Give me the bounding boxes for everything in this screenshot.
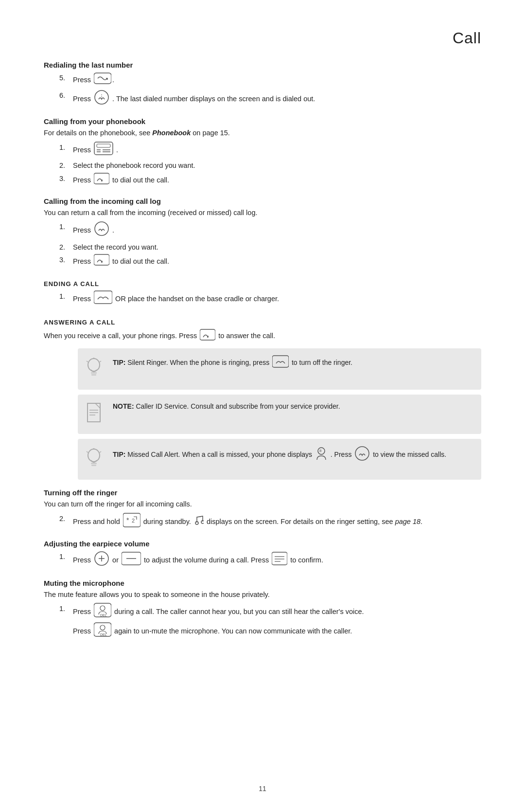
svg-point-54: [100, 625, 105, 630]
volume-list: 1. Press or to adjust the volume during …: [59, 551, 481, 570]
svg-point-26: [88, 449, 100, 462]
svg-text:2: 2: [132, 518, 135, 523]
ringer-heading: Turning off the ringer: [44, 488, 481, 497]
ringer-off-icon: [272, 355, 289, 371]
view-missed-icon: [354, 446, 370, 465]
svg-line-18: [87, 361, 88, 362]
tip1-text: TIP: Silent Ringer. When the phone is ri…: [113, 355, 472, 371]
phonebook-note: For details on the phonebook, see Phoneb…: [44, 127, 481, 138]
redialing-list: 5. Press . 6. Press . The last dialed nu…: [59, 72, 481, 108]
muting-body: The mute feature allows you to speak to …: [44, 589, 481, 600]
svg-text:*: *: [126, 516, 129, 524]
svg-rect-13: [200, 329, 215, 340]
dial-button-icon-2: [94, 254, 109, 270]
redial-icon: [94, 72, 111, 89]
list-item: 1. Press or to adjust the volume during …: [59, 551, 481, 570]
svg-rect-12: [94, 291, 112, 304]
phonebook-button-icon: [94, 142, 113, 159]
svg-rect-15: [91, 372, 97, 374]
page: Call Redialing the last number 5. Press …: [0, 0, 525, 812]
ending-list: 1. Press OR place the handset on the bas…: [59, 290, 481, 308]
page-number: 11: [259, 785, 266, 793]
svg-line-19: [100, 361, 101, 362]
vol-down-icon: [122, 552, 141, 569]
list-item: 1. Press OR place the handset on the bas…: [59, 290, 481, 308]
star-button-icon: *2: [123, 513, 140, 531]
list-item: 3. Press to dial out the call.: [59, 173, 481, 188]
note-paper-icon: [85, 402, 103, 427]
vol-up-icon: [94, 551, 109, 570]
svg-rect-9: [94, 173, 109, 184]
svg-line-30: [87, 451, 88, 452]
svg-text:DEL: DEL: [100, 633, 107, 636]
tip2-text: TIP: Missed Call Alert. When a call is m…: [113, 446, 472, 465]
list-item: Press DEL again to un-mute the microphon…: [59, 622, 481, 641]
svg-rect-28: [91, 465, 96, 466]
dial-button-icon: [94, 173, 109, 188]
tip2-icon-col: [85, 446, 113, 473]
music-note-icon: [194, 515, 204, 529]
tip1-block: TIP: Silent Ringer. When the phone is ri…: [78, 348, 481, 390]
log-button-icon: [94, 221, 109, 240]
tip2-block: TIP: Missed Call Alert. When a call is m…: [78, 439, 481, 480]
note1-text: NOTE: Caller ID Service. Consult and sub…: [113, 401, 472, 412]
volume-heading: Adjusting the earpiece volume: [44, 540, 481, 548]
page-title: Call: [44, 29, 481, 47]
list-item: 2. Select the phonebook record you want.: [59, 160, 481, 172]
confirm-icon: [272, 552, 287, 569]
calllog-list: 1. Press . 2. Select the record you want…: [59, 221, 481, 270]
phonebook-heading: Calling from your phonebook: [44, 117, 481, 126]
calllog-note: You can return a call from the incoming …: [44, 207, 481, 218]
list-item: 3. Press to dial out the call.: [59, 254, 481, 270]
phonebook-list: 1. Press . 2. Select the phonebook recor…: [59, 142, 481, 188]
svg-rect-11: [94, 254, 109, 265]
svg-line-31: [100, 451, 101, 452]
list-item: 1. Press DEL during a call. The caller c…: [59, 603, 481, 621]
svg-rect-27: [91, 463, 97, 464]
lightbulb-icon-2: [85, 447, 103, 473]
tip1-icon-col: [85, 355, 113, 383]
list-item: 5. Press .: [59, 72, 481, 89]
unmute-button-icon: DEL: [94, 622, 111, 641]
lightbulb-icon: [85, 356, 103, 383]
list-item: 2. Press and hold *2 during standby. dis…: [59, 513, 481, 531]
svg-rect-46: [272, 552, 287, 565]
ringer-body: You can turn off the ringer for all inco…: [44, 499, 481, 509]
svg-text:DEL: DEL: [100, 614, 107, 617]
svg-point-51: [100, 606, 105, 611]
muting-heading: Muting the microphone: [44, 579, 481, 587]
answer-button-icon: [200, 329, 215, 343]
list-item: 6. Press . The last dialed number displa…: [59, 90, 481, 109]
list-item: 2. Select the record you want.: [59, 241, 481, 253]
svg-marker-22: [95, 403, 100, 408]
note1-block: NOTE: Caller ID Service. Consult and sub…: [78, 395, 481, 434]
svg-rect-4: [97, 144, 110, 147]
list-item: 1. Press .: [59, 221, 481, 240]
redialing-heading: Redialing the last number: [44, 61, 481, 69]
ending-heading: ENDING A CALL: [44, 280, 481, 288]
ringer-list: 2. Press and hold *2 during standby. dis…: [59, 513, 481, 531]
svg-point-10: [95, 222, 108, 235]
svg-rect-20: [272, 356, 289, 367]
answering-heading: ANSWERING A CALL: [44, 319, 481, 326]
end-button-icon: [94, 290, 112, 308]
svg-point-14: [88, 359, 100, 371]
muting-list: 1. Press DEL during a call. The caller c…: [59, 603, 481, 640]
list-item: 1. Press .: [59, 142, 481, 159]
call-button-icon: [94, 90, 109, 109]
mute-button-icon: DEL: [94, 603, 111, 621]
svg-point-34: [355, 447, 369, 460]
answering-body: When you receive a call, your phone ring…: [44, 329, 481, 343]
missed-call-icon: 8: [315, 446, 328, 464]
calllog-heading: Calling from the incoming call log: [44, 197, 481, 205]
svg-text:8: 8: [319, 449, 322, 453]
note1-icon-col: [85, 401, 113, 427]
svg-rect-16: [91, 374, 96, 376]
